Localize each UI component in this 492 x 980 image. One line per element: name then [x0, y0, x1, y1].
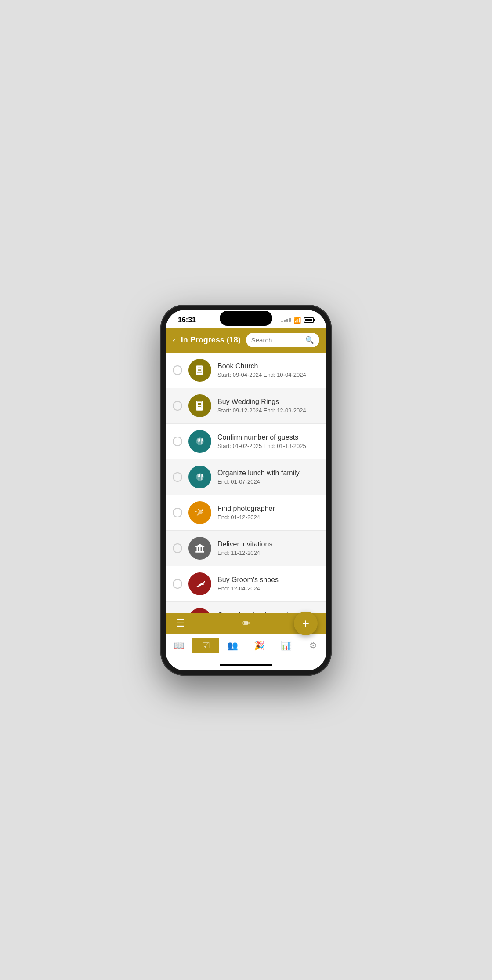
- task-icon: [188, 537, 211, 560]
- task-title: Book Church: [217, 362, 319, 370]
- menu-icon[interactable]: ☰: [176, 618, 185, 629]
- task-icon: [188, 608, 211, 613]
- photographer-icon: 🎉: [254, 640, 265, 651]
- status-time: 16:31: [178, 316, 196, 324]
- svg-point-16: [201, 509, 203, 511]
- edit-icon[interactable]: ✏: [242, 618, 250, 629]
- task-checkbox[interactable]: [173, 365, 182, 375]
- phone-frame: 16:31 📶 ‹ In Progress (18) 🔍: [160, 305, 332, 676]
- list-item[interactable]: Book Church Start: 09-04-2024 End: 10-04…: [166, 353, 326, 388]
- task-title: Organize lunch with family: [217, 469, 319, 477]
- task-title: Confirm number of guests: [217, 434, 319, 441]
- task-dates: End: 12-04-2024: [217, 585, 319, 592]
- search-bar[interactable]: 🔍: [246, 333, 319, 347]
- task-title: Deliver invitations: [217, 540, 319, 548]
- task-info: Buy Wedding Rings Start: 09-12-2024 End:…: [217, 398, 319, 414]
- search-icon: 🔍: [305, 336, 314, 344]
- nav-item-settings[interactable]: ⚙: [300, 638, 326, 653]
- task-checkbox[interactable]: [173, 401, 182, 411]
- back-button[interactable]: ‹: [173, 335, 176, 345]
- list-item[interactable]: Organize lunch with family End: 01-07-20…: [166, 459, 326, 495]
- task-icon: [188, 466, 211, 488]
- nav-item-photographer[interactable]: 🎉: [246, 638, 273, 653]
- svg-rect-24: [202, 547, 203, 551]
- guests-icon: 👥: [227, 640, 238, 651]
- svg-line-25: [204, 581, 205, 583]
- task-checkbox[interactable]: [173, 543, 182, 553]
- list-item[interactable]: Find photographer End: 01-12-2024: [166, 495, 326, 531]
- task-info: Book Church Start: 09-04-2024 End: 10-04…: [217, 362, 319, 378]
- task-checkbox[interactable]: [173, 472, 182, 482]
- task-title: Find photographer: [217, 505, 319, 513]
- task-dates: Start: 01-02-2025 End: 01-18-2025: [217, 443, 319, 449]
- task-icon: [188, 501, 211, 524]
- svg-line-17: [198, 509, 199, 510]
- nav-item-chart[interactable]: 📊: [273, 638, 300, 653]
- nav-item-bible[interactable]: 📖: [166, 638, 192, 653]
- tasks-icon: ☑: [202, 640, 210, 651]
- dynamic-island: [220, 311, 272, 326]
- list-item[interactable]: Buy Wedding Rings Start: 09-12-2024 End:…: [166, 388, 326, 424]
- task-icon: [188, 572, 211, 595]
- task-info: Deliver invitations End: 11-12-2024: [217, 540, 319, 556]
- status-icons: 📶: [281, 317, 314, 324]
- nav-item-tasks[interactable]: ☑: [192, 638, 219, 653]
- app-header: ‹ In Progress (18) 🔍: [166, 328, 326, 353]
- task-dates: Start: 09-04-2024 End: 10-04-2024: [217, 372, 319, 378]
- task-icon: [188, 359, 211, 382]
- search-input[interactable]: [251, 336, 302, 344]
- task-info: Confirm number of guests Start: 01-02-20…: [217, 434, 319, 449]
- task-list: Book Church Start: 09-04-2024 End: 10-04…: [166, 353, 326, 613]
- svg-rect-22: [196, 547, 198, 551]
- task-checkbox[interactable]: [173, 508, 182, 517]
- nav-item-guests[interactable]: 👥: [219, 638, 246, 653]
- page-title: In Progress (18): [181, 335, 241, 345]
- task-dates: End: 11-12-2024: [217, 550, 319, 556]
- task-icon: [188, 394, 211, 417]
- svg-rect-19: [195, 551, 204, 552]
- list-item[interactable]: Buy Groom's shoes End: 12-04-2024: [166, 566, 326, 602]
- phone-screen: 16:31 📶 ‹ In Progress (18) 🔍: [166, 310, 326, 670]
- task-dates: End: 01-12-2024: [217, 514, 319, 521]
- settings-icon: ⚙: [309, 640, 317, 651]
- svg-marker-21: [195, 544, 205, 547]
- task-title: Buy Groom's shoes: [217, 576, 319, 584]
- bottom-nav: 📖☑👥🎉📊⚙: [166, 634, 326, 662]
- task-info: Organize lunch with family End: 01-07-20…: [217, 469, 319, 485]
- home-bar: [220, 664, 272, 666]
- task-icon: [188, 430, 211, 453]
- task-info: Find photographer End: 01-12-2024: [217, 505, 319, 521]
- wifi-icon: 📶: [293, 317, 301, 324]
- home-indicator: [166, 662, 326, 670]
- task-checkbox[interactable]: [173, 579, 182, 589]
- signal-icon: [281, 318, 291, 322]
- task-checkbox[interactable]: [173, 437, 182, 446]
- list-item[interactable]: Confirm number of guests Start: 01-02-20…: [166, 424, 326, 459]
- add-task-fab[interactable]: +: [294, 612, 318, 635]
- task-dates: Start: 09-12-2024 End: 12-09-2024: [217, 407, 319, 414]
- chart-icon: 📊: [281, 640, 292, 651]
- list-item[interactable]: Groom's suit rehearsal End: 12-07-2024: [166, 602, 326, 613]
- task-dates: End: 01-07-2024: [217, 478, 319, 485]
- svg-rect-23: [199, 547, 200, 551]
- task-info: Buy Groom's shoes End: 12-04-2024: [217, 576, 319, 592]
- battery-icon: [304, 317, 314, 323]
- list-item[interactable]: Deliver invitations End: 11-12-2024: [166, 531, 326, 566]
- bible-icon: 📖: [174, 640, 184, 651]
- task-title: Buy Wedding Rings: [217, 398, 319, 406]
